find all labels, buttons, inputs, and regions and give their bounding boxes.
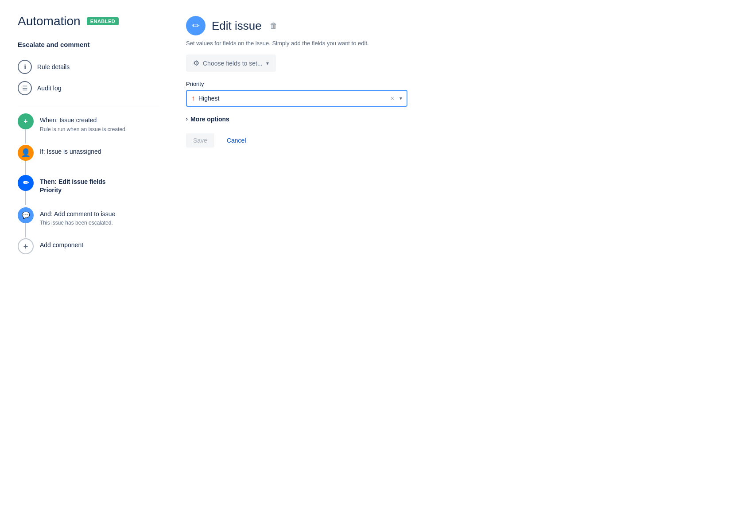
choose-fields-button[interactable]: ⚙ Choose fields to set... ▾ bbox=[186, 54, 276, 72]
right-panel: ✏ Edit issue 🗑 Set values for fields on … bbox=[186, 14, 738, 262]
timeline-item-when[interactable]: + When: Issue created Rule is run when a… bbox=[18, 113, 159, 145]
priority-field-label: Priority bbox=[186, 81, 738, 87]
left-panel: Automation ENABLED Escalate and comment … bbox=[18, 14, 159, 262]
line-then bbox=[25, 191, 26, 205]
trash-icon[interactable]: 🗑 bbox=[270, 21, 278, 31]
content-add: Add component bbox=[40, 238, 159, 262]
edit-icon-circle: ✏ bbox=[186, 16, 205, 35]
priority-chevron-icon[interactable]: ▾ bbox=[399, 95, 402, 101]
line-if bbox=[25, 161, 26, 175]
connector-when: + bbox=[18, 113, 34, 144]
edit-issue-header: ✏ Edit issue 🗑 bbox=[186, 16, 738, 35]
save-button[interactable]: Save bbox=[186, 133, 214, 148]
info-icon: ℹ bbox=[18, 60, 32, 74]
content-if: If: Issue is unassigned bbox=[40, 145, 159, 169]
edit-issue-description: Set values for fields on the issue. Simp… bbox=[186, 40, 738, 47]
when-subtitle: Rule is run when an issue is created. bbox=[40, 126, 159, 132]
priority-select[interactable]: ↑ Highest × ▾ bbox=[186, 90, 407, 107]
enabled-badge: ENABLED bbox=[87, 17, 119, 25]
line-and bbox=[25, 223, 26, 237]
connector-then: ✏ bbox=[18, 175, 34, 205]
dot-then: ✏ bbox=[18, 175, 34, 191]
then-title: Then: Edit issue fields bbox=[40, 178, 159, 186]
connector-and: 💬 bbox=[18, 207, 34, 237]
connector-add: + bbox=[18, 238, 34, 254]
page-title: Automation bbox=[18, 14, 81, 28]
timeline-item-then[interactable]: ✏ Then: Edit issue fields Priority bbox=[18, 175, 159, 207]
timeline-item-if[interactable]: 👤 If: Issue is unassigned bbox=[18, 145, 159, 175]
chevron-down-icon: ▾ bbox=[266, 60, 269, 66]
page-title-row: Automation ENABLED bbox=[18, 14, 159, 28]
and-title: And: Add comment to issue bbox=[40, 210, 159, 219]
divider bbox=[18, 106, 159, 106]
when-title: When: Issue created bbox=[40, 116, 159, 125]
priority-value: Highest bbox=[198, 95, 385, 102]
chevron-right-icon: › bbox=[186, 116, 188, 122]
gear-icon: ⚙ bbox=[193, 59, 199, 67]
timeline-item-and[interactable]: 💬 And: Add comment to issue This issue h… bbox=[18, 207, 159, 239]
choose-fields-label: Choose fields to set... bbox=[203, 60, 263, 67]
dot-and: 💬 bbox=[18, 207, 34, 223]
dot-if: 👤 bbox=[18, 145, 34, 161]
sidebar-item-audit-log[interactable]: ☰ Audit log bbox=[18, 78, 159, 99]
section-title: Escalate and comment bbox=[18, 41, 159, 48]
dot-add: + bbox=[18, 238, 34, 254]
list-icon: ☰ bbox=[18, 81, 32, 95]
more-options-label: More options bbox=[190, 116, 229, 123]
more-options-toggle[interactable]: › More options bbox=[186, 116, 738, 123]
priority-clear-icon[interactable]: × bbox=[389, 95, 396, 102]
action-buttons: Save Cancel bbox=[186, 133, 738, 148]
pencil-icon: ✏ bbox=[192, 20, 200, 31]
and-subtitle: This issue has been escalated. bbox=[40, 220, 159, 226]
dot-when: + bbox=[18, 113, 34, 129]
edit-issue-title: Edit issue bbox=[212, 19, 262, 33]
content-then: Then: Edit issue fields Priority bbox=[40, 175, 159, 207]
if-title: If: Issue is unassigned bbox=[40, 148, 159, 156]
timeline-item-add[interactable]: + Add component bbox=[18, 238, 159, 262]
content-and: And: Add comment to issue This issue has… bbox=[40, 207, 159, 239]
sidebar-item-label: Audit log bbox=[37, 85, 61, 92]
timeline: + When: Issue created Rule is run when a… bbox=[18, 113, 159, 262]
connector-if: 👤 bbox=[18, 145, 34, 175]
add-title: Add component bbox=[40, 241, 159, 250]
priority-arrow-icon: ↑ bbox=[191, 94, 195, 102]
sidebar-item-rule-details[interactable]: ℹ Rule details bbox=[18, 56, 159, 78]
sidebar-item-label: Rule details bbox=[37, 63, 70, 70]
then-subtitle: Priority bbox=[40, 186, 159, 195]
cancel-button[interactable]: Cancel bbox=[220, 133, 253, 148]
content-when: When: Issue created Rule is run when an … bbox=[40, 113, 159, 145]
line-when bbox=[25, 129, 26, 144]
